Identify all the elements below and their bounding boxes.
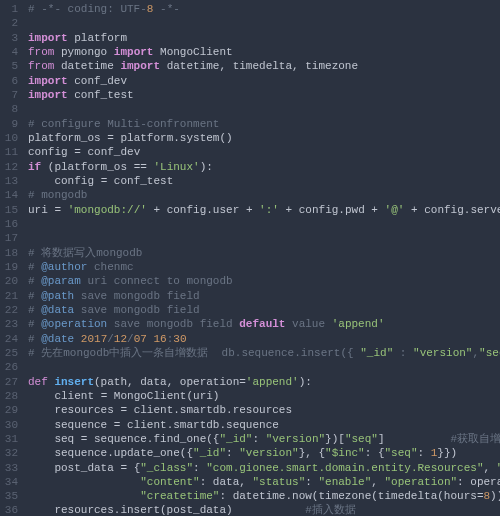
line-number: 4 <box>4 45 18 59</box>
code-line: # @date 2017/12/07 16:30 <box>28 332 500 346</box>
code-line: # @path save mongodb field <box>28 289 500 303</box>
line-number: 36 <box>4 503 18 516</box>
code-line: import conf_test <box>28 88 500 102</box>
code-line: import conf_dev <box>28 74 500 88</box>
code-line: # mongodb <box>28 188 500 202</box>
code-line <box>28 102 500 116</box>
line-number: 15 <box>4 203 18 217</box>
code-line: "createtime": datetime.now(timezone(time… <box>28 489 500 503</box>
code-line: "content": data, "status": "enable", "op… <box>28 475 500 489</box>
code-line: sequence = client.smartdb.sequence <box>28 418 500 432</box>
line-number: 2 <box>4 16 18 30</box>
code-line: # 将数据写入mongodb <box>28 246 500 260</box>
line-number: 25 <box>4 346 18 360</box>
code-line: client = MongoClient(uri) <box>28 389 500 403</box>
code-line: config = conf_dev <box>28 145 500 159</box>
code-line: # 先在mongodb中插入一条自增数据 db.sequence.insert(… <box>28 346 500 360</box>
code-line <box>28 16 500 30</box>
code-line: # @data save mongodb field <box>28 303 500 317</box>
line-number: 21 <box>4 289 18 303</box>
code-line: # @author chenmc <box>28 260 500 274</box>
code-line: uri = 'mongodb://' + config.user + ':' +… <box>28 203 500 217</box>
code-area[interactable]: # -*- coding: UTF-8 -*- import platform … <box>24 0 500 516</box>
code-line: sequence.update_one({"_id": "version"}, … <box>28 446 500 460</box>
line-number: 9 <box>4 117 18 131</box>
line-number: 11 <box>4 145 18 159</box>
code-line: # @param uri connect to mongodb <box>28 274 500 288</box>
code-line: post_data = {"_class": "com.gionee.smart… <box>28 461 500 475</box>
code-line: resources.insert(post_data) #插入数据 <box>28 503 500 516</box>
line-number: 17 <box>4 231 18 245</box>
code-line: seq = sequence.find_one({"_id": "version… <box>28 432 500 446</box>
line-number: 5 <box>4 59 18 73</box>
code-line: def insert(path, data, operation='append… <box>28 375 500 389</box>
code-line: from pymongo import MongoClient <box>28 45 500 59</box>
code-line: if (platform_os == 'Linux'): <box>28 160 500 174</box>
line-number: 20 <box>4 274 18 288</box>
code-line: import platform <box>28 31 500 45</box>
line-number: 13 <box>4 174 18 188</box>
line-number: 27 <box>4 375 18 389</box>
code-line: resources = client.smartdb.resources <box>28 403 500 417</box>
line-number: 7 <box>4 88 18 102</box>
line-number: 16 <box>4 217 18 231</box>
line-number: 12 <box>4 160 18 174</box>
line-number: 6 <box>4 74 18 88</box>
line-number: 33 <box>4 461 18 475</box>
line-number: 1 <box>4 2 18 16</box>
code-line: from datetime import datetime, timedelta… <box>28 59 500 73</box>
code-line: # @operation save mongodb field default … <box>28 317 500 331</box>
line-number: 19 <box>4 260 18 274</box>
line-number: 29 <box>4 403 18 417</box>
line-number: 26 <box>4 360 18 374</box>
line-number: 34 <box>4 475 18 489</box>
code-line: # -*- coding: UTF-8 -*- <box>28 2 500 16</box>
code-line <box>28 360 500 374</box>
line-number: 32 <box>4 446 18 460</box>
line-number: 3 <box>4 31 18 45</box>
line-number: 23 <box>4 317 18 331</box>
code-editor: 1234567891011121314151617181920212223242… <box>0 0 500 516</box>
line-number: 10 <box>4 131 18 145</box>
line-number: 30 <box>4 418 18 432</box>
line-number: 28 <box>4 389 18 403</box>
code-line <box>28 231 500 245</box>
code-line <box>28 217 500 231</box>
code-line: config = conf_test <box>28 174 500 188</box>
line-number-gutter: 1234567891011121314151617181920212223242… <box>0 0 24 516</box>
line-number: 18 <box>4 246 18 260</box>
line-number: 8 <box>4 102 18 116</box>
line-number: 35 <box>4 489 18 503</box>
line-number: 22 <box>4 303 18 317</box>
line-number: 24 <box>4 332 18 346</box>
line-number: 31 <box>4 432 18 446</box>
code-line: platform_os = platform.system() <box>28 131 500 145</box>
line-number: 14 <box>4 188 18 202</box>
code-line: # configure Multi-confronment <box>28 117 500 131</box>
